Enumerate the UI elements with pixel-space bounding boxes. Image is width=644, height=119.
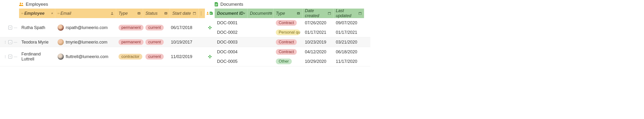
- more-menu-icon[interactable]: ⋯: [14, 40, 18, 44]
- document-row: DOC-0005Other10/29/202011/17/2020: [215, 57, 370, 66]
- col-type[interactable]: Type: [116, 8, 143, 18]
- document-row: DOC-0003Contract10/23/201903/21/2020: [215, 37, 370, 47]
- col-add-placeholder[interactable]: [198, 8, 205, 18]
- drag-handle-icon: [22, 13, 23, 14]
- title-bar: Employees Documents: [0, 0, 370, 8]
- cell-doc-type[interactable]: Personal ques: [274, 28, 302, 36]
- cell-employee-type[interactable]: contractor: [116, 52, 143, 61]
- link-cell[interactable]: [205, 37, 215, 47]
- more-menu-icon[interactable]: ⋯: [14, 26, 18, 30]
- cell-document[interactable]: [248, 51, 274, 53]
- cell-employee-name[interactable]: Rutha Spath: [19, 24, 55, 32]
- cell-employee-name[interactable]: Ferdinand Luttrell: [19, 50, 55, 63]
- cell-doc-id[interactable]: DOC-0001: [215, 20, 248, 26]
- employee-name: Rutha Spath: [22, 25, 45, 30]
- svg-rect-8: [195, 12, 196, 12]
- employee-name: Teodora Myrie: [22, 40, 48, 45]
- col-doc-type[interactable]: Type: [274, 8, 302, 18]
- cell-employee-name[interactable]: Teodora Myrie: [19, 38, 55, 46]
- col-email[interactable]: Email: [55, 8, 116, 18]
- cell-doc-id[interactable]: DOC-0004: [215, 48, 248, 56]
- drag-dots-icon[interactable]: ⋮: [4, 40, 7, 44]
- tables-split-view: Employees Documents Employee ▾ Email Typ…: [0, 0, 370, 68]
- collapse-button[interactable]: −: [8, 26, 12, 30]
- doc-type-pill: Personal ques: [276, 30, 300, 35]
- col-date-created[interactable]: Date created: [302, 8, 334, 18]
- users-icon: [19, 2, 24, 6]
- drag-dots-icon[interactable]: ⋮: [4, 55, 7, 58]
- cell-last-updated[interactable]: 01/17/2021: [334, 29, 364, 36]
- cell-employee-type[interactable]: permanent: [116, 38, 143, 46]
- type-pill: contractor: [118, 54, 142, 60]
- cell-doc-id[interactable]: DOC-0003: [215, 39, 248, 46]
- cell-employee-status[interactable]: current: [143, 38, 170, 46]
- chevron-down-icon[interactable]: ▾: [244, 12, 245, 15]
- employee-start-date: 06/17/2018: [171, 25, 192, 30]
- avatar: [58, 39, 64, 45]
- svg-point-0: [20, 2, 21, 4]
- link-cell[interactable]: [205, 18, 215, 37]
- col-document[interactable]: Document: [248, 8, 274, 18]
- doc-type-pill: Contract: [276, 39, 297, 45]
- cell-start-date[interactable]: 10/19/2017: [170, 38, 198, 46]
- cell-date-created[interactable]: 10/29/2020: [302, 58, 334, 65]
- avatar: [58, 54, 64, 60]
- cell-date-created[interactable]: 10/23/2019: [302, 39, 334, 46]
- documents-table-label: Documents: [220, 2, 243, 7]
- employee-start-date: 11/02/2019: [171, 54, 192, 59]
- cell-employee-type[interactable]: permanent: [116, 23, 143, 32]
- cell-date-created[interactable]: 04/12/2020: [302, 48, 334, 56]
- row-gutter: ⋮−⋯: [0, 47, 19, 66]
- col-last-updated[interactable]: Last updated: [334, 8, 364, 18]
- svg-point-11: [270, 13, 271, 14]
- calendar-icon: [193, 12, 196, 15]
- more-menu-icon[interactable]: ⋯: [14, 54, 18, 59]
- cell-document[interactable]: [248, 41, 274, 43]
- employee-start-date: 10/19/2017: [171, 40, 192, 45]
- cell-doc-type[interactable]: Other: [274, 58, 302, 65]
- document-rows: DOC-0001Contract07/26/202009/07/2020DOC-…: [215, 18, 370, 37]
- cell-last-updated[interactable]: 03/21/2020: [334, 39, 364, 46]
- cell-date-created[interactable]: 07/26/2020: [302, 20, 334, 26]
- col-start-date[interactable]: Start date: [170, 8, 198, 18]
- cell-start-date[interactable]: 11/02/2019: [170, 53, 198, 61]
- employee-name: Ferdinand Luttrell: [22, 52, 53, 62]
- cell-employee-email[interactable]: tmyrie@lumeerio.com: [55, 38, 116, 47]
- cell-rel-spacer: [198, 55, 205, 58]
- cell-doc-type[interactable]: Contract: [274, 19, 302, 27]
- cell-document[interactable]: [248, 32, 274, 33]
- cell-doc-type[interactable]: Contract: [274, 48, 302, 56]
- cell-last-updated[interactable]: 06/18/2020: [334, 48, 364, 56]
- cell-employee-status[interactable]: current: [143, 23, 170, 32]
- cell-start-date[interactable]: 06/17/2018: [170, 24, 198, 32]
- link-cell[interactable]: [205, 47, 215, 66]
- cell-document[interactable]: [248, 22, 274, 24]
- cell-employee-status[interactable]: current: [143, 52, 170, 61]
- chevron-down-icon[interactable]: ▾: [51, 12, 52, 15]
- employee-cells: Ferdinand Luttrellfluttrell@lumeerio.com…: [19, 47, 205, 66]
- table-row: ⋮−⋯Ferdinand Luttrellfluttrell@lumeerio.…: [0, 47, 370, 66]
- cell-doc-id[interactable]: DOC-0002: [215, 29, 248, 36]
- select-icon: [164, 12, 167, 15]
- cell-last-updated[interactable]: 11/17/2020: [334, 58, 364, 65]
- cell-doc-id[interactable]: DOC-0005: [215, 58, 248, 65]
- col-doc-id[interactable]: Document ID ▾: [215, 8, 248, 18]
- cell-date-created[interactable]: 01/17/2021: [302, 29, 334, 36]
- doc-type-pill: Contract: [276, 49, 297, 55]
- cell-last-updated[interactable]: 09/07/2020: [334, 20, 364, 26]
- collapse-button[interactable]: −: [8, 40, 12, 44]
- relation-link-header[interactable]: [205, 8, 215, 18]
- document-icon: [215, 2, 218, 6]
- col-employee[interactable]: Employee ▾: [19, 8, 55, 18]
- cell-employee-email[interactable]: fluttrell@lumeerio.com: [55, 52, 116, 61]
- cell-doc-type[interactable]: Contract: [274, 38, 302, 46]
- type-pill: permanent: [118, 39, 144, 45]
- status-pill: current: [146, 25, 164, 30]
- cell-document[interactable]: [248, 60, 274, 62]
- collapse-button[interactable]: −: [8, 55, 12, 58]
- cell-rel-spacer: [198, 26, 205, 29]
- cell-employee-email[interactable]: rspath@lumeerio.com: [55, 23, 116, 32]
- select-icon: [138, 12, 140, 15]
- svg-rect-6: [194, 13, 196, 14]
- col-status[interactable]: Status: [143, 8, 170, 18]
